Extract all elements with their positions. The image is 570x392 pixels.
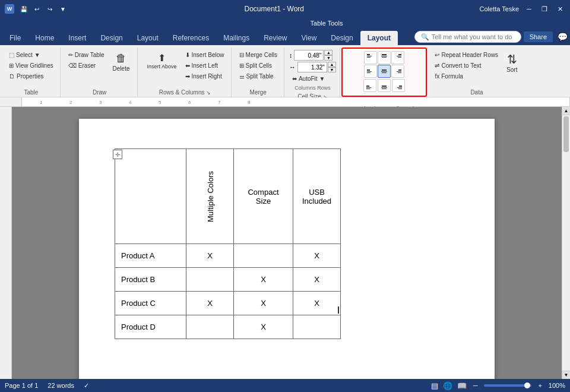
table-cell-c-mc[interactable]: X (186, 292, 234, 315)
tab-insert[interactable]: Insert (61, 31, 93, 45)
table-cell-d-cs[interactable]: X (234, 315, 293, 339)
zoom-thumb[interactable] (524, 382, 530, 388)
table-cell-d-mc[interactable] (186, 315, 234, 339)
align-bottom-center[interactable] (378, 79, 391, 92)
properties-button[interactable]: 🗋 Properties (6, 71, 56, 81)
tab-table-design[interactable]: Design (324, 31, 360, 45)
height-down-button[interactable]: ▼ (324, 55, 332, 61)
ruler-svg: 1 2 3 4 5 6 7 8 (22, 97, 569, 106)
tab-layout[interactable]: Layout (130, 31, 166, 45)
table-cell-c-cs[interactable]: X (234, 292, 293, 315)
autofit-button[interactable]: ⬌ AutoFit ▼ (289, 74, 336, 84)
sort-icon: ⇅ (507, 52, 517, 67)
table-cell-empty-header[interactable] (115, 149, 186, 244)
merge-cells-button[interactable]: ⊟ Merge Cells (236, 50, 280, 60)
undo-button[interactable]: ↩ (31, 3, 43, 15)
align-top-left[interactable] (364, 51, 377, 64)
tab-review[interactable]: Review (256, 31, 294, 45)
minimize-button[interactable]: ─ (524, 4, 534, 14)
insert-left-button[interactable]: ⬅ Insert Left (182, 61, 227, 71)
height-input[interactable] (294, 50, 324, 61)
insert-right-button[interactable]: ➡ Insert Right (182, 71, 227, 81)
align-middle-right[interactable] (391, 65, 404, 78)
table-cell-a-mc[interactable]: X (186, 244, 234, 268)
ruler: 1 2 3 4 5 6 7 8 (0, 97, 570, 107)
print-layout-button[interactable]: ▤ (431, 381, 438, 390)
align-grid (364, 51, 404, 78)
restore-button[interactable]: ❐ (539, 4, 550, 14)
zoom-level: 100% (549, 382, 565, 389)
repeat-header-button[interactable]: ↩ Repeat Header Rows (432, 50, 501, 60)
formula-icon: fx (435, 73, 439, 80)
table-cell-d-usb[interactable] (293, 315, 341, 339)
table-cell-product-b[interactable]: Product B (115, 268, 186, 292)
doc-scroll[interactable]: ✛ Multiple Colors CompactSize USBInclude… (12, 107, 562, 379)
zoom-out-button[interactable]: ─ (471, 382, 480, 389)
align-top-center[interactable] (378, 51, 391, 64)
table-cell-product-a[interactable]: Product A (115, 244, 186, 268)
height-up-button[interactable]: ▲ (324, 50, 332, 55)
align-middle-center[interactable] (378, 65, 391, 78)
table-cell-product-c[interactable]: Product C (115, 292, 186, 315)
save-button[interactable]: 💾 (18, 3, 30, 15)
draw-table-button[interactable]: ✏ Draw Table (65, 50, 107, 60)
insert-below-icon: ⬇ (185, 52, 190, 58)
merge-col: ⊟ Merge Cells ⊞ Split Cells ⚌ Split Tabl… (236, 50, 280, 81)
select-button[interactable]: ⬚ Select ▼ (6, 50, 56, 60)
left-ruler (0, 107, 12, 379)
ribbon-group-table: ⬚ Select ▼ ⊞ View Gridlines 🗋 Properties… (2, 48, 61, 97)
split-table-button[interactable]: ⚌ Split Table (236, 71, 280, 81)
insert-below-button[interactable]: ⬇ Insert Below (182, 50, 227, 60)
table-cell-usb-header[interactable]: USBIncluded (293, 149, 341, 244)
comment-button[interactable]: 💬 (558, 32, 568, 42)
tab-design[interactable]: Design (93, 31, 129, 45)
scroll-track[interactable] (562, 115, 570, 371)
align-middle-left[interactable] (364, 65, 377, 78)
web-layout-button[interactable]: 🌐 (443, 381, 452, 390)
sort-button[interactable]: ⇅ Sort (502, 50, 521, 75)
scroll-down-button[interactable]: ▼ (562, 371, 570, 379)
tab-home[interactable]: Home (28, 31, 61, 45)
more-button[interactable]: ▼ (57, 3, 69, 15)
search-input[interactable] (432, 33, 515, 40)
tab-table-layout[interactable]: Layout (360, 31, 398, 45)
zoom-in-button[interactable]: + (536, 382, 543, 389)
user-name: Coletta Teske (480, 5, 519, 12)
table-cell-multiple-colors[interactable]: Multiple Colors (186, 149, 234, 244)
read-mode-button[interactable]: 📖 (457, 381, 467, 390)
table-cell-b-mc[interactable] (186, 268, 234, 292)
tab-view[interactable]: View (294, 31, 324, 45)
align-bottom-right[interactable] (392, 79, 405, 92)
width-down-button[interactable]: ▼ (328, 67, 336, 72)
table-move-handle[interactable]: ✛ (113, 150, 122, 159)
split-cells-button[interactable]: ⊞ Split Cells (236, 61, 280, 71)
search-icon: 🔍 (421, 33, 429, 41)
ribbon-group-cell-size: ↕ ▲ ▼ ↔ ▲ ▼ ⬌ AutoFi (286, 48, 340, 97)
width-input[interactable] (297, 62, 327, 72)
table-cell-b-cs[interactable]: X (234, 268, 293, 292)
close-button[interactable]: ✕ (555, 4, 565, 14)
view-gridlines-button[interactable]: ⊞ View Gridlines (6, 61, 56, 71)
tab-file[interactable]: File (2, 31, 28, 45)
insert-above-button[interactable]: ⬆ Insert Above (142, 50, 180, 72)
scroll-thumb[interactable] (563, 116, 569, 152)
align-top-right[interactable] (391, 51, 404, 64)
scroll-up-button[interactable]: ▲ (562, 107, 570, 115)
table-cell-product-d[interactable]: Product D (115, 315, 186, 339)
align-bottom-left[interactable] (363, 79, 376, 92)
delete-button[interactable]: 🗑 Delete (109, 50, 134, 74)
table-cell-compact-size[interactable]: CompactSize (234, 149, 293, 244)
redo-button[interactable]: ↪ (44, 3, 56, 15)
share-button[interactable]: Share (524, 31, 553, 42)
zoom-slider[interactable] (484, 384, 531, 387)
eraser-button[interactable]: ⌫ Eraser (65, 61, 107, 71)
table-cell-a-cs[interactable] (234, 244, 293, 268)
convert-to-text-button[interactable]: ⇌ Convert to Text (432, 61, 501, 71)
tab-mailings[interactable]: Mailings (216, 31, 256, 45)
formula-button[interactable]: fx Formula (432, 71, 501, 81)
width-up-button[interactable]: ▲ (328, 62, 336, 67)
tab-references[interactable]: References (166, 31, 216, 45)
table-cell-c-usb[interactable]: X (293, 292, 341, 315)
table-cell-b-usb[interactable]: X (293, 268, 341, 292)
table-cell-a-usb[interactable]: X (293, 244, 341, 268)
